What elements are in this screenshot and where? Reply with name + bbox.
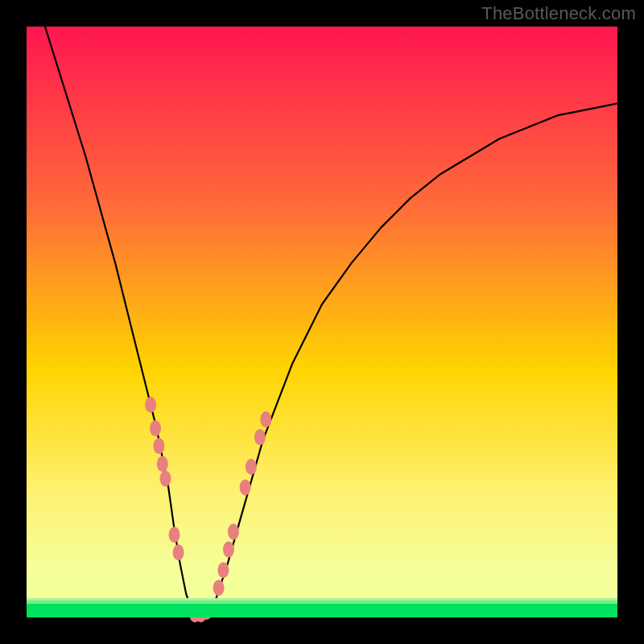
dot-17 — [254, 429, 266, 445]
dot-2 — [153, 438, 164, 454]
dot-11 — [213, 580, 225, 596]
green-strip-2 — [27, 604, 617, 617]
dot-4 — [160, 471, 171, 487]
dot-1 — [150, 420, 161, 436]
chart-svg — [27, 27, 617, 617]
dot-18 — [260, 411, 271, 427]
dot-12 — [217, 562, 229, 578]
curve-dots — [145, 397, 271, 623]
dot-3 — [157, 456, 168, 472]
dot-15 — [240, 480, 251, 496]
dot-0 — [145, 397, 156, 413]
dot-13 — [223, 542, 234, 558]
dot-16 — [246, 459, 257, 475]
outer-frame: TheBottleneck.com — [0, 0, 644, 644]
dot-14 — [228, 524, 239, 540]
watermark-text: TheBottleneck.com — [481, 3, 636, 24]
dot-5 — [169, 526, 180, 543]
bottleneck-curve — [27, 0, 617, 617]
dot-6 — [173, 544, 184, 560]
